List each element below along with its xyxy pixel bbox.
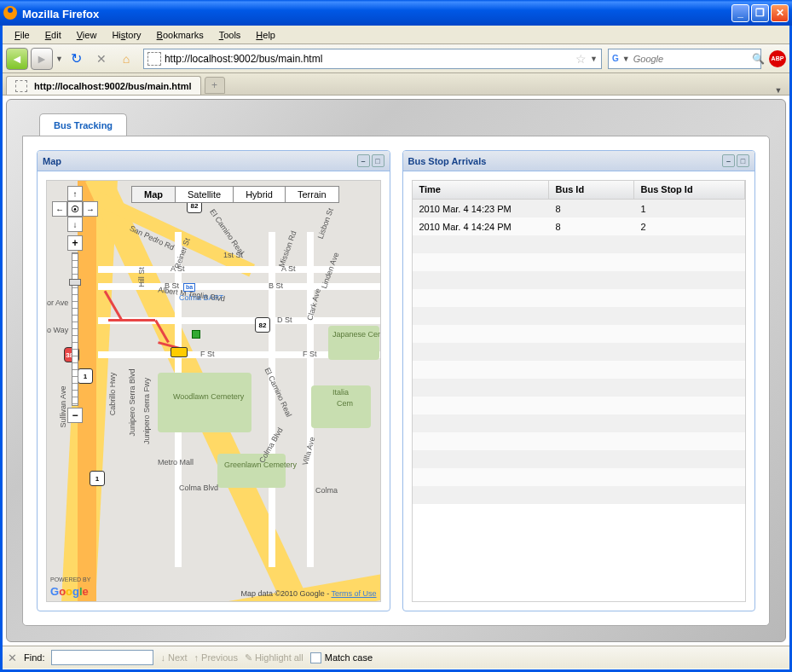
shield-82-2: 82 — [255, 317, 270, 333]
panel-collapse-button[interactable]: – — [357, 154, 370, 167]
history-dropdown-icon[interactable]: ▼ — [55, 55, 63, 63]
search-input[interactable] — [633, 54, 752, 64]
menu-bookmarks[interactable]: Bookmarks — [150, 28, 211, 42]
menu-help[interactable]: Help — [249, 28, 282, 42]
menu-history[interactable]: History — [105, 28, 147, 42]
pan-right-button[interactable]: → — [83, 201, 98, 217]
window-title: Mozilla Firefox — [22, 6, 731, 20]
table-row-empty — [413, 468, 746, 486]
arrivals-panel: Bus Stop Arrivals – □ Time Bus Id Bus St… — [402, 150, 756, 611]
label-1st-st: 1st St — [223, 251, 243, 259]
col-bus-id[interactable]: Bus Id — [549, 181, 634, 199]
arrivals-panel-header: Bus Stop Arrivals – □ — [403, 151, 755, 171]
url-input[interactable] — [165, 53, 575, 65]
checkbox-icon — [310, 652, 321, 663]
table-row-empty — [413, 486, 746, 504]
label-lisbon: Lisbon St — [316, 207, 335, 240]
url-dropdown-icon[interactable]: ▼ — [590, 55, 598, 63]
label-japanese: Japanese Cemete — [332, 330, 381, 339]
app-tab-bus-tracking[interactable]: Bus Tracking — [39, 113, 127, 136]
adblock-icon[interactable]: ABP — [769, 50, 786, 67]
find-input[interactable] — [51, 650, 153, 665]
close-button[interactable]: ✕ — [771, 4, 789, 22]
label-cabrillo: Cabrillo Hwy — [108, 373, 117, 416]
table-row-empty — [413, 379, 746, 397]
search-box[interactable]: G ▼ 🔍 — [608, 49, 761, 69]
google-icon[interactable]: G — [612, 53, 619, 65]
label-el-camino-2: El Camino Real — [263, 367, 293, 419]
menu-edit[interactable]: Edit — [38, 28, 68, 42]
find-next-button[interactable]: ↓ Next — [160, 652, 187, 663]
search-engine-dropdown-icon[interactable]: ▼ — [622, 55, 630, 63]
table-row[interactable]: 2010 Mar. 4 14:24 PM82 — [413, 217, 746, 235]
pan-left-button[interactable]: ← — [52, 201, 67, 217]
forward-button[interactable]: ► — [31, 48, 53, 70]
map-type-satellite[interactable]: Satellite — [175, 186, 234, 203]
table-row[interactable]: 2010 Mar. 4 14:23 PM81 — [413, 200, 746, 217]
find-previous-button[interactable]: ↑ Previous — [194, 652, 238, 663]
shield-1-2: 1 — [90, 471, 105, 486]
map-type-map[interactable]: Map — [131, 186, 176, 203]
zoom-handle[interactable] — [69, 279, 81, 286]
label-colma-blvd: Colma Blvd — [179, 484, 218, 492]
panel-maximize-button[interactable]: □ — [372, 154, 384, 167]
find-label: Find: — [24, 652, 44, 663]
app-body: Map – □ — [22, 136, 770, 626]
terms-link[interactable]: Terms of Use — [331, 589, 376, 598]
menu-tools[interactable]: Tools — [212, 28, 248, 42]
bus-stop-marker — [192, 330, 200, 339]
zoom-in-button[interactable]: + — [67, 235, 83, 251]
google-logo: Google — [50, 585, 89, 598]
pan-center-button[interactable]: ⦿ — [67, 201, 83, 217]
zoom-out-button[interactable]: − — [67, 408, 83, 423]
find-bar: ✕ Find: ↓ Next ↑ Previous ✎ Highlight al… — [3, 646, 789, 669]
panel-maximize-button[interactable]: □ — [737, 154, 749, 167]
col-stop-id[interactable]: Bus Stop Id — [634, 181, 746, 199]
table-row-empty — [413, 397, 746, 414]
map-type-terrain[interactable]: Terrain — [285, 186, 339, 203]
tab-title: http://localhost:9002/bus/main.html — [34, 81, 192, 91]
label-junipero-fwy: Junipero Serra Fwy — [142, 378, 151, 444]
label-junipero-blvd: Junipero Serra Blvd — [128, 368, 136, 436]
minimize-button[interactable]: _ — [731, 4, 749, 22]
woodlawn-park — [158, 373, 251, 432]
label-colma: Colma — [315, 486, 338, 495]
stop-button[interactable]: ✕ — [90, 48, 113, 70]
map-type-hybrid[interactable]: Hybrid — [233, 186, 286, 203]
map-pan-zoom-controls: ↑ ←⦿→ ↓ + − — [52, 186, 98, 423]
pan-down-button[interactable]: ↓ — [67, 217, 83, 232]
url-bar[interactable]: ☆ ▼ — [143, 49, 602, 69]
map-panel-header: Map – □ — [38, 151, 390, 171]
highlight-all-button[interactable]: ✎ Highlight all — [245, 652, 304, 663]
map-panel-title: Map — [43, 156, 356, 166]
back-button[interactable]: ◄ — [6, 48, 28, 70]
menu-view[interactable]: View — [70, 28, 104, 42]
grid-header: Time Bus Id Bus Stop Id — [413, 181, 746, 200]
maximize-button[interactable]: ❐ — [751, 4, 769, 22]
window-titlebar: Mozilla Firefox _ ❐ ✕ — [0, 0, 792, 26]
zoom-slider[interactable] — [72, 252, 78, 406]
reload-button[interactable]: ↻ — [66, 48, 88, 70]
bart-icon: ba — [183, 283, 195, 292]
pan-up-button[interactable]: ↑ — [67, 186, 83, 201]
app-frame: Bus Tracking Map – □ — [6, 99, 786, 642]
map-panel: Map – □ — [37, 150, 390, 611]
tab-list-dropdown-icon[interactable]: ▼ — [771, 86, 786, 95]
bookmark-star-icon[interactable]: ☆ — [575, 52, 587, 66]
table-row-empty — [413, 235, 746, 253]
col-time[interactable]: Time — [413, 181, 549, 199]
search-icon[interactable]: 🔍 — [752, 53, 765, 65]
panel-collapse-button[interactable]: – — [722, 154, 735, 167]
label-hill-st: Hill St — [137, 267, 146, 287]
google-map[interactable]: San Pedro Rd El Camino Real El Camino Re… — [46, 180, 381, 602]
new-tab-button[interactable]: + — [205, 77, 225, 94]
menu-file[interactable]: File — [8, 28, 37, 42]
match-case-checkbox[interactable]: Match case — [310, 652, 373, 663]
home-button[interactable]: ⌂ — [115, 48, 137, 70]
label-woodlawn: Woodlawn Cemetery — [173, 392, 244, 401]
map-type-controls: Map Satellite Hybrid Terrain — [132, 186, 339, 203]
browser-tab-active[interactable]: http://localhost:9002/bus/main.html — [6, 76, 201, 95]
findbar-close-button[interactable]: ✕ — [8, 652, 17, 664]
page-content: Bus Tracking Map – □ — [3, 96, 789, 646]
label-mission: Mission Rd — [277, 229, 298, 268]
